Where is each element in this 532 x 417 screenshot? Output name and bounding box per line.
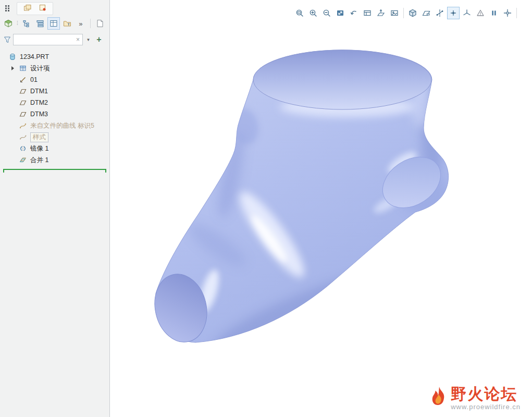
tree-item-label: DTM1 bbox=[30, 88, 48, 95]
model-3d-view[interactable] bbox=[110, 0, 532, 417]
model-tree-panel: ⁞ » × bbox=[0, 0, 110, 417]
graphics-area[interactable]: 野火论坛 www.proewildfire.cn bbox=[110, 0, 532, 417]
axis-icon bbox=[19, 76, 27, 84]
plus-icon[interactable]: + bbox=[94, 34, 104, 45]
previous-view-icon[interactable] bbox=[348, 7, 360, 19]
model-tree: 1234.PRT 设计项 01 DTM1 bbox=[0, 48, 109, 170]
clear-icon[interactable]: × bbox=[76, 36, 80, 43]
tree-item-label: 合并 1 bbox=[30, 156, 48, 165]
tree-item-label: 设计项 bbox=[30, 64, 50, 73]
flame-logo-icon bbox=[430, 386, 449, 410]
panel-top-bar bbox=[0, 0, 109, 16]
point-display-icon[interactable] bbox=[447, 7, 460, 19]
cascade-windows-icon[interactable] bbox=[23, 4, 32, 13]
zoom-window-icon[interactable] bbox=[293, 7, 306, 19]
pause-icon[interactable] bbox=[488, 7, 500, 19]
tree-item-label: 来自文件的曲线 标识5 bbox=[30, 121, 94, 130]
tree-filter-bar: × ▼ + bbox=[0, 31, 109, 48]
watermark-url: www.proewildfire.cn bbox=[451, 403, 521, 411]
zoom-out-icon[interactable] bbox=[320, 7, 333, 19]
tree-list-icon[interactable] bbox=[20, 17, 33, 30]
toolbar-separator bbox=[516, 8, 517, 18]
tree-item-dtm3[interactable]: DTM3 bbox=[0, 108, 109, 120]
tree-toolbar: ⁞ » bbox=[0, 16, 109, 31]
refit-icon[interactable] bbox=[334, 7, 347, 19]
plane-display-icon[interactable] bbox=[420, 7, 432, 19]
panel-mini-dock bbox=[17, 2, 53, 15]
mirror-icon bbox=[19, 144, 27, 153]
tree-item-style[interactable]: 样式 bbox=[0, 131, 109, 143]
bookmark-icon[interactable] bbox=[39, 4, 46, 13]
tree-item-part[interactable]: 1234.PRT bbox=[0, 51, 109, 63]
tree-item-label: 01 bbox=[30, 76, 38, 83]
part-icon bbox=[8, 53, 17, 61]
model-tree-icon[interactable] bbox=[2, 17, 15, 30]
tree-item-dtm1[interactable]: DTM1 bbox=[0, 85, 109, 97]
tree-filter-icon[interactable] bbox=[61, 17, 73, 30]
toolbar-separator bbox=[90, 19, 91, 28]
tree-item-axis[interactable]: 01 bbox=[0, 74, 109, 85]
tree-item-label: DTM2 bbox=[30, 99, 48, 106]
model-top-opening bbox=[253, 50, 431, 109]
application-window: ⁞ » × bbox=[0, 0, 532, 417]
design-items-icon bbox=[19, 64, 27, 72]
search-box: × bbox=[13, 34, 83, 45]
tree-item-dtm2[interactable]: DTM2 bbox=[0, 97, 109, 108]
watermark-text: 野火论坛 www.proewildfire.cn bbox=[451, 386, 521, 411]
tree-item-label: 镜像 1 bbox=[30, 144, 48, 153]
tree-item-design-items[interactable]: 设计项 bbox=[0, 63, 109, 74]
display-style-icon[interactable] bbox=[406, 7, 419, 19]
style-icon bbox=[19, 133, 27, 141]
watermark-title: 野火论坛 bbox=[451, 386, 521, 402]
datum-plane-icon bbox=[19, 99, 27, 107]
navigator-grid-icon[interactable] bbox=[4, 4, 13, 13]
datum-plane-icon bbox=[19, 87, 27, 95]
detach-document-icon[interactable] bbox=[94, 17, 106, 30]
toolbar-grip: ⁞ bbox=[17, 21, 18, 26]
layer-list-icon[interactable] bbox=[34, 17, 46, 30]
csys-display-icon[interactable] bbox=[461, 7, 473, 19]
tree-item-merge[interactable]: 合并 1 bbox=[0, 154, 109, 166]
expand-arrow-icon[interactable] bbox=[11, 66, 14, 70]
graphics-toolbar bbox=[293, 7, 518, 19]
insertion-indicator[interactable] bbox=[3, 169, 106, 170]
axis-display-icon[interactable] bbox=[434, 7, 446, 19]
search-input[interactable] bbox=[16, 35, 76, 44]
tree-item-label: 1234.PRT bbox=[20, 53, 49, 60]
tree-item-mirror[interactable]: 镜像 1 bbox=[0, 143, 109, 154]
overflow-chevron-icon[interactable]: » bbox=[75, 17, 87, 30]
annotation-display-icon[interactable] bbox=[474, 7, 487, 19]
tree-columns-icon[interactable] bbox=[47, 17, 60, 30]
watermark: 野火论坛 www.proewildfire.cn bbox=[430, 386, 521, 411]
view-normal-icon[interactable] bbox=[375, 7, 387, 19]
tree-item-label: 样式 bbox=[30, 132, 48, 142]
tree-item-label: DTM3 bbox=[30, 111, 48, 118]
named-views-icon[interactable] bbox=[361, 7, 374, 19]
capture-image-icon[interactable] bbox=[388, 7, 401, 19]
spin-center-icon[interactable] bbox=[501, 7, 514, 19]
datum-plane-icon bbox=[19, 110, 27, 118]
toolbar-separator bbox=[403, 8, 404, 18]
curve-icon bbox=[19, 121, 27, 130]
chevron-down-icon[interactable]: ▼ bbox=[84, 34, 92, 45]
tree-item-curve-from-file[interactable]: 来自文件的曲线 标识5 bbox=[0, 120, 109, 131]
filter-funnel-icon[interactable] bbox=[3, 35, 11, 44]
zoom-in-icon[interactable] bbox=[307, 7, 319, 19]
merge-icon bbox=[19, 156, 27, 164]
